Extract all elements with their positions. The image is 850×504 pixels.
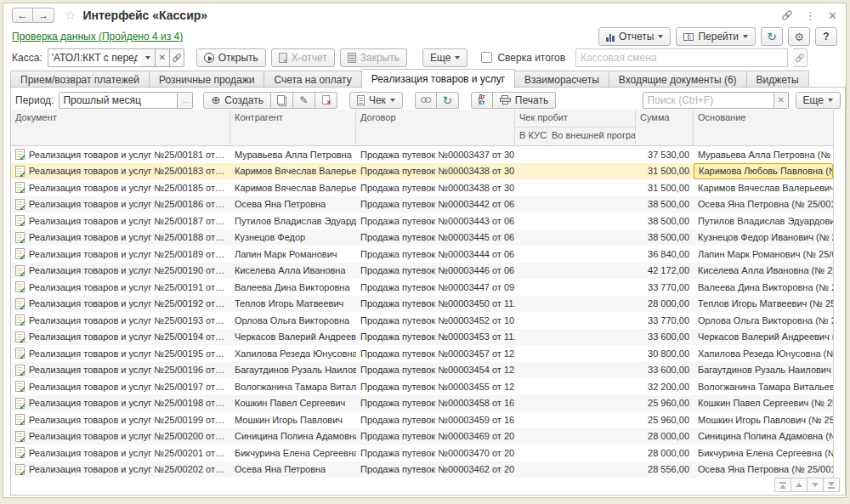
cell-doc[interactable]: Реализация товаров и услуг №25/00196 от … bbox=[11, 362, 230, 379]
related-documents-button[interactable] bbox=[415, 92, 437, 109]
cell-basis[interactable]: Каримов Вячеслав Валерьевич (№ 2… bbox=[694, 179, 833, 196]
cell-ext[interactable] bbox=[547, 146, 636, 163]
cell-doc[interactable]: Реализация товаров и услуг №25/00200 от … bbox=[11, 428, 230, 445]
table-row[interactable]: Реализация товаров и услуг №25/00197 от … bbox=[11, 378, 833, 395]
go-next-button[interactable] bbox=[807, 478, 824, 492]
cell-ext[interactable] bbox=[547, 229, 636, 246]
cell-contragent[interactable]: Валеева Дина Викторовна bbox=[230, 279, 356, 296]
table-row[interactable]: Реализация товаров и услуг №25/00201 от … bbox=[11, 445, 833, 462]
cell-contragent[interactable]: Кузнецов Федор bbox=[230, 229, 356, 246]
cell-sum[interactable]: 42 172,00 bbox=[636, 263, 694, 280]
cell-ext[interactable] bbox=[547, 246, 636, 263]
table-row[interactable]: Реализация товаров и услуг №25/00193 от … bbox=[11, 312, 833, 329]
table-row[interactable]: Реализация товаров и услуг №25/00191 от … bbox=[11, 279, 833, 296]
window-menu-icon[interactable]: ⋮ bbox=[805, 10, 816, 21]
tab-6[interactable]: Виджеты bbox=[746, 71, 809, 88]
cell-basis[interactable]: Орлова Ольга Викторовна (№ 25/001… bbox=[694, 312, 833, 329]
cell-contract[interactable]: Продажа путевок №00003455 от 12.06.2025 bbox=[356, 378, 515, 395]
column-header-check-group[interactable]: Чек пробит bbox=[515, 110, 636, 127]
reports-button[interactable]: Отчеты bbox=[598, 27, 671, 46]
cell-doc[interactable]: Реализация товаров и услуг №25/00186 от … bbox=[11, 196, 230, 213]
cell-sum[interactable]: 36 840,00 bbox=[636, 246, 694, 263]
cell-sum[interactable]: 25 960,00 bbox=[636, 395, 694, 412]
list-more-button[interactable]: Еще bbox=[796, 92, 841, 109]
close-shift-button[interactable]: Закрыть bbox=[340, 48, 407, 67]
period-input[interactable] bbox=[59, 92, 178, 109]
cell-contract[interactable]: Продажа путевок №00003452 от 10.06.2025 bbox=[356, 312, 515, 329]
cell-basis[interactable]: Хапилова Резеда Юнусовна (№ 25/00… bbox=[694, 345, 833, 362]
copy-button[interactable] bbox=[271, 92, 293, 109]
cell-contragent[interactable]: Бикчурина Елена Сергеевна bbox=[230, 445, 356, 462]
favorite-star-icon[interactable]: ☆ bbox=[65, 8, 76, 23]
cell-ext[interactable] bbox=[547, 312, 636, 329]
list-refresh-button[interactable]: ↻ bbox=[437, 92, 459, 109]
table-row[interactable]: Реализация товаров и услуг №25/00198 от … bbox=[11, 395, 833, 412]
cell-doc[interactable]: Реализация товаров и услуг №25/00187 от … bbox=[11, 212, 230, 229]
cell-basis[interactable]: Синицина Полина Адамовна (№ 25/0… bbox=[694, 428, 833, 445]
cell-sum[interactable]: 38 500,00 bbox=[636, 196, 694, 213]
forward-button[interactable]: → bbox=[33, 8, 54, 23]
table-row[interactable]: Реализация товаров и услуг №25/00189 от … bbox=[11, 246, 833, 263]
close-icon[interactable]: ✕ bbox=[828, 10, 837, 21]
cell-doc[interactable]: Реализация товаров и услуг №25/00201 от … bbox=[11, 445, 230, 462]
cell-contragent[interactable]: Лапин Марк Романович bbox=[230, 246, 356, 263]
cell-kus[interactable] bbox=[515, 163, 547, 180]
cell-contragent[interactable]: Осева Яна Петровна bbox=[230, 196, 356, 213]
reconcile-checkbox[interactable] bbox=[481, 52, 492, 63]
cell-basis[interactable]: Муравьева Алла Петровна (№ 25/001… bbox=[694, 146, 833, 163]
cell-basis[interactable]: Багаутдинов Рузаль Наилович (№ 25… bbox=[694, 362, 833, 379]
cell-sum[interactable]: 38 500,00 bbox=[636, 229, 694, 246]
cell-contract[interactable]: Продажа путевок №00003457 от 12.06.2025 bbox=[356, 345, 515, 362]
x-report-button[interactable]: Х-отчет bbox=[271, 48, 335, 67]
cell-kus[interactable] bbox=[515, 345, 547, 362]
cell-sum[interactable]: 30 800,00 bbox=[636, 345, 694, 362]
cell-basis[interactable]: Киселева Алла Ивановна (№ 25/0011… bbox=[694, 263, 833, 280]
cell-contract[interactable]: Продажа путевок №00003447 от 09.06.2025 bbox=[356, 279, 515, 296]
refresh-button[interactable]: ↻ bbox=[761, 27, 783, 46]
cell-basis[interactable]: Кузнецов Федор Иванович (№ 25/001… bbox=[694, 229, 833, 246]
kassa-clear-button[interactable]: ✕ bbox=[156, 48, 170, 67]
cell-doc[interactable]: Реализация товаров и услуг №25/00188 от … bbox=[11, 229, 230, 246]
cell-kus[interactable] bbox=[515, 411, 547, 428]
cell-kus[interactable] bbox=[515, 196, 547, 213]
cell-doc[interactable]: Реализация товаров и услуг №25/00183 от … bbox=[11, 163, 230, 180]
cell-contract[interactable]: Продажа путевок №00003443 от 06.06.2025 bbox=[356, 212, 515, 229]
table-row[interactable]: Реализация товаров и услуг №25/00200 от … bbox=[11, 428, 833, 445]
tab-3[interactable]: Реализация товаров и услуг bbox=[361, 69, 515, 88]
cell-doc[interactable]: Реализация товаров и услуг №25/00191 от … bbox=[11, 279, 230, 296]
column-header-sum[interactable]: Сумма bbox=[636, 110, 694, 145]
dtkt-button[interactable]: ДтКт bbox=[471, 92, 493, 109]
cell-ext[interactable] bbox=[547, 296, 636, 313]
go-previous-button[interactable] bbox=[790, 478, 808, 492]
table-row[interactable]: Реализация товаров и услуг №25/00185 от … bbox=[11, 179, 833, 196]
cell-ext[interactable] bbox=[547, 279, 636, 296]
cell-contract[interactable]: Продажа путевок №00003469 от 20.06.2025 bbox=[356, 428, 515, 445]
search-input[interactable] bbox=[643, 92, 774, 109]
cell-contract[interactable]: Продажа путевок №00003450 от 11.06.2025 bbox=[356, 296, 515, 313]
cell-contragent[interactable]: Багаутдинов Рузаль Наилович bbox=[230, 362, 356, 379]
cell-ext[interactable] bbox=[547, 196, 636, 213]
kassa-dropdown-button[interactable] bbox=[141, 48, 156, 67]
cell-contract[interactable]: Продажа путевок №00003462 от 20.06.2025 bbox=[356, 462, 515, 479]
cell-ext[interactable] bbox=[547, 263, 636, 280]
cell-contract[interactable]: Продажа путевок №00003442 от 06.06.2025 bbox=[356, 196, 515, 213]
cell-doc[interactable]: Реализация товаров и услуг №25/00185 от … bbox=[11, 179, 230, 196]
cell-contract[interactable]: Продажа путевок №00003438 от 30.05.2025 bbox=[356, 179, 515, 196]
cell-contract[interactable]: Продажа путевок №00003458 от 16.06.2025 bbox=[356, 395, 515, 412]
cell-ext[interactable] bbox=[547, 462, 636, 479]
cell-contract[interactable]: Продажа путевок №00003446 от 06.06.2025 bbox=[356, 263, 515, 280]
cell-sum[interactable]: 33 770,00 bbox=[636, 279, 694, 296]
cell-contragent[interactable]: Киселева Алла Ивановна bbox=[230, 263, 356, 280]
cell-contragent[interactable]: Кошкин Павел Сергеевич bbox=[230, 395, 356, 412]
cell-ext[interactable] bbox=[547, 345, 636, 362]
cell-sum[interactable]: 28 556,00 bbox=[636, 462, 694, 479]
cell-kus[interactable] bbox=[515, 296, 547, 313]
table-row[interactable]: Реализация товаров и услуг №25/00186 от … bbox=[11, 196, 833, 213]
table-row[interactable]: Реализация товаров и услуг №25/00188 от … bbox=[11, 229, 833, 246]
cell-contract[interactable]: Продажа путевок №00003454 от 12.06.2025 bbox=[356, 362, 515, 379]
cell-ext[interactable] bbox=[547, 329, 636, 346]
cell-kus[interactable] bbox=[515, 395, 547, 412]
cell-sum[interactable]: 28 000,00 bbox=[636, 445, 694, 462]
cell-contragent[interactable]: Осева Яна Петровна bbox=[230, 462, 356, 479]
goto-button[interactable]: Перейти bbox=[676, 27, 756, 46]
